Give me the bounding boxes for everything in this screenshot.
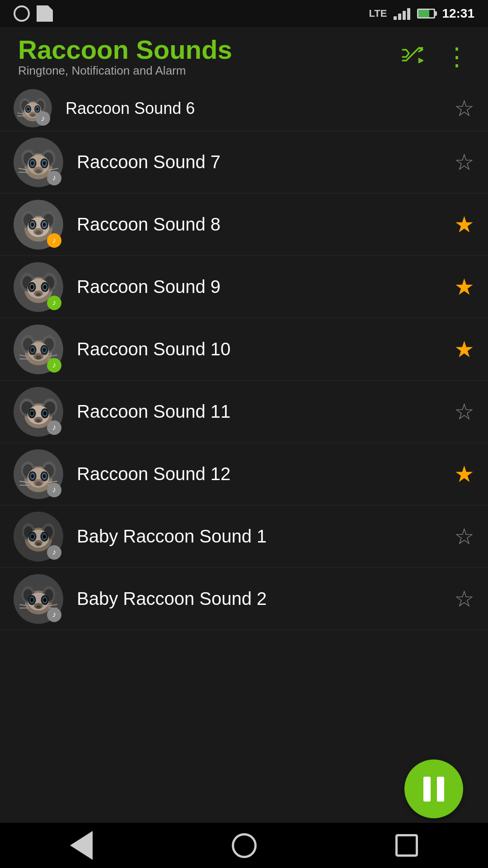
sound-title: Raccoon Sound 11 — [77, 401, 454, 422]
music-badge: ♪ — [36, 111, 50, 126]
avatar: ♪ — [14, 574, 63, 624]
back-button[interactable] — [63, 827, 99, 863]
list-item[interactable]: ♪ Raccoon Sound 12 ★ — [0, 443, 488, 505]
battery-icon — [417, 9, 435, 19]
svg-point-98 — [30, 411, 33, 415]
music-badge: ♪ — [47, 608, 61, 622]
svg-point-12 — [36, 108, 38, 111]
record-icon — [14, 5, 30, 22]
svg-point-33 — [35, 169, 41, 173]
avatar: ♪ — [14, 262, 63, 312]
list-item[interactable]: ♪ Raccoon Sound 7 ☆ — [0, 131, 488, 193]
music-badge: ♪ — [47, 483, 61, 497]
svg-point-101 — [36, 419, 41, 422]
favorite-button[interactable]: ★ — [454, 212, 474, 238]
sound-title: Raccoon Sound 8 — [77, 214, 454, 235]
sim-icon — [37, 5, 53, 22]
sound-title: Raccoon Sound 9 — [77, 277, 454, 297]
network-type: LTE — [369, 8, 387, 19]
status-right: LTE 12:31 — [369, 6, 474, 21]
list-item[interactable]: ♪ Raccoon Sound 6 ☆ — [0, 86, 488, 131]
sound-title: Raccoon Sound 6 — [66, 99, 454, 118]
recent-apps-button[interactable] — [389, 827, 425, 863]
status-bar: LTE 12:31 — [0, 0, 488, 27]
svg-point-116 — [35, 481, 41, 486]
sound-title: Baby Raccoon Sound 1 — [77, 526, 454, 547]
list-item[interactable]: ♪ Baby Raccoon Sound 1 ☆ — [0, 505, 488, 568]
svg-point-14 — [30, 113, 35, 117]
list-item[interactable]: ♪ Raccoon Sound 11 ☆ — [0, 381, 488, 443]
list-item[interactable]: ♪ Raccoon Sound 9 ★ — [0, 256, 488, 318]
favorite-button[interactable]: ★ — [454, 274, 474, 300]
music-badge: ♪ — [47, 171, 61, 185]
svg-point-30 — [31, 161, 34, 165]
app-title: Raccoon Sounds — [18, 35, 232, 64]
svg-point-113 — [31, 474, 34, 478]
app-header: Raccoon Sounds Ringtone, Notification an… — [0, 27, 488, 86]
svg-point-31 — [43, 161, 46, 165]
app-subtitle: Ringtone, Notification and Alarm — [18, 64, 232, 78]
favorite-button[interactable]: ☆ — [454, 399, 474, 425]
svg-point-99 — [43, 411, 47, 415]
signal-icon — [394, 7, 410, 20]
favorite-button[interactable]: ☆ — [454, 586, 474, 612]
svg-point-79 — [31, 348, 34, 352]
svg-point-133 — [43, 534, 46, 538]
avatar: ♪ — [14, 89, 52, 127]
back-icon — [70, 831, 93, 860]
svg-point-114 — [43, 474, 46, 478]
sound-list: ♪ Raccoon Sound 6 ☆ — [0, 86, 488, 630]
sound-title: Raccoon Sound 10 — [77, 339, 454, 359]
clock: 12:31 — [442, 6, 474, 21]
svg-point-64 — [30, 285, 33, 289]
avatar: ♪ — [14, 137, 63, 187]
list-item[interactable]: ♪ Raccoon Sound 8 ★ — [0, 193, 488, 256]
pause-icon — [423, 777, 444, 802]
more-options-button[interactable]: ⋮ — [445, 44, 470, 69]
svg-point-150 — [36, 605, 41, 609]
svg-point-132 — [31, 534, 34, 538]
list-item[interactable]: ♪ Raccoon Sound 10 ★ — [0, 318, 488, 381]
svg-point-65 — [43, 285, 47, 289]
home-button[interactable] — [226, 827, 262, 863]
sound-title: Raccoon Sound 7 — [77, 152, 454, 172]
svg-point-80 — [43, 348, 46, 352]
avatar: ♪ — [14, 200, 63, 250]
svg-point-147 — [30, 598, 33, 602]
recent-icon — [395, 834, 418, 857]
sound-title: Raccoon Sound 12 — [77, 464, 454, 484]
favorite-button[interactable]: ☆ — [454, 149, 474, 175]
home-icon — [232, 833, 257, 858]
avatar: ♪ — [14, 387, 63, 437]
favorite-button[interactable]: ★ — [454, 336, 474, 363]
header-actions: ⋮ — [402, 44, 470, 69]
svg-point-82 — [35, 355, 41, 359]
music-badge: ♪ — [47, 545, 61, 560]
music-badge: ♪ — [47, 358, 61, 373]
favorite-button[interactable]: ☆ — [454, 95, 474, 122]
shuffle-button[interactable] — [402, 44, 427, 69]
svg-point-50 — [43, 222, 46, 226]
pause-fab-button[interactable] — [404, 760, 463, 818]
status-left — [14, 5, 53, 22]
svg-point-49 — [31, 222, 34, 226]
sound-title: Baby Raccoon Sound 2 — [77, 589, 454, 609]
svg-point-11 — [27, 108, 29, 111]
svg-point-135 — [36, 542, 41, 546]
svg-point-148 — [43, 598, 47, 602]
svg-point-67 — [36, 292, 41, 296]
favorite-button[interactable]: ☆ — [454, 524, 474, 550]
avatar: ♪ — [14, 449, 63, 499]
music-badge: ♪ — [47, 233, 61, 248]
music-badge: ♪ — [47, 296, 61, 310]
avatar: ♪ — [14, 325, 63, 374]
avatar: ♪ — [14, 512, 63, 561]
list-item[interactable]: ♪ Baby Raccoon Sound 2 ☆ — [0, 568, 488, 630]
favorite-button[interactable]: ★ — [454, 461, 474, 487]
music-badge: ♪ — [47, 420, 61, 435]
svg-point-52 — [35, 231, 41, 235]
bottom-navigation — [0, 823, 488, 868]
header-title-block: Raccoon Sounds Ringtone, Notification an… — [18, 35, 232, 78]
